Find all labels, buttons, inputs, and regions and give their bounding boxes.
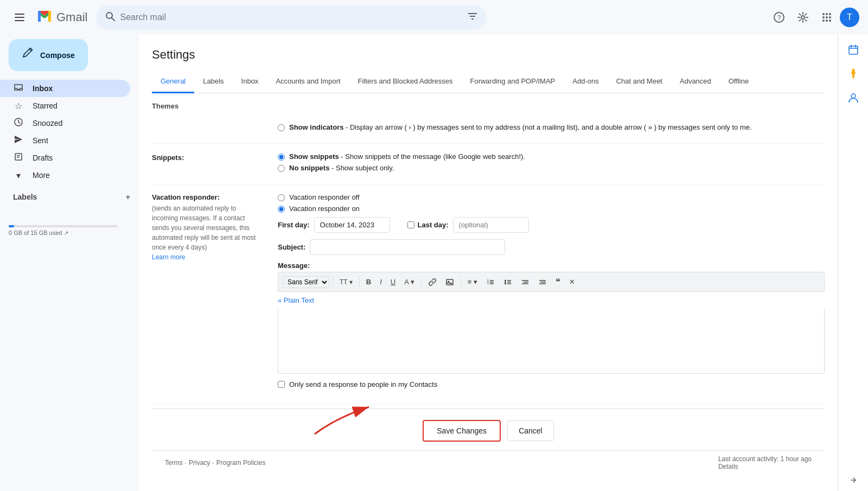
- ul-button[interactable]: [500, 276, 515, 289]
- svg-rect-53: [852, 74, 854, 77]
- only-contacts-checkbox[interactable]: [278, 381, 285, 388]
- subject-input[interactable]: [310, 239, 505, 255]
- compose-label: Compose: [40, 51, 75, 60]
- hamburger-icon[interactable]: [9, 7, 30, 28]
- plain-text-link-wrapper: « Plain Text: [278, 292, 825, 309]
- sent-icon: [13, 135, 24, 146]
- message-editor[interactable]: [278, 309, 825, 374]
- tab-filters[interactable]: Filters and Blocked Addresses: [349, 71, 462, 93]
- tab-inbox[interactable]: Inbox: [233, 71, 267, 93]
- svg-rect-2: [15, 20, 24, 21]
- editor-toolbar: Sans Serif TT ▾ B I U A ▾: [278, 272, 825, 292]
- show-indicators-radio[interactable]: [278, 124, 285, 131]
- tab-offline[interactable]: Offline: [720, 71, 757, 93]
- svg-point-14: [822, 16, 825, 18]
- calendar-icon[interactable]: [843, 39, 864, 61]
- indent-more-button[interactable]: [535, 276, 550, 289]
- apps-icon[interactable]: [816, 7, 838, 28]
- sidebar-item-more[interactable]: ▾ More: [0, 167, 130, 184]
- message-section: Message: Sans Serif TT ▾ B I U: [278, 262, 825, 374]
- tab-addons[interactable]: Add-ons: [564, 71, 607, 93]
- text-color-button[interactable]: A ▾: [401, 276, 418, 288]
- tab-chat[interactable]: Chat and Meet: [608, 71, 671, 93]
- external-link-icon: ↗: [64, 230, 68, 236]
- last-day-checkbox-group: Last day:: [407, 221, 449, 229]
- remove-format-button[interactable]: ✕: [566, 276, 578, 288]
- last-day-label: Last day:: [418, 221, 449, 229]
- bold-button[interactable]: B: [363, 276, 374, 288]
- policies-link[interactable]: Program Policies: [216, 459, 266, 467]
- footer-activity: Last account activity: 1 hour ago Detail…: [718, 455, 812, 470]
- help-icon[interactable]: ?: [768, 7, 790, 28]
- search-input[interactable]: [120, 12, 463, 22]
- svg-rect-52: [851, 73, 856, 74]
- sidebar-item-label: Drafts: [33, 154, 53, 162]
- content-area: Settings General Labels Inbox Accounts a…: [139, 35, 838, 491]
- indent-less-button[interactable]: [518, 276, 533, 289]
- show-snippets-option[interactable]: Show snippets - Show snippets of the mes…: [278, 152, 525, 161]
- tab-labels[interactable]: Labels: [194, 71, 232, 93]
- svg-line-23: [18, 122, 20, 123]
- sidebar-item-inbox[interactable]: Inbox: [0, 80, 130, 97]
- vacation-off-option[interactable]: Vacation responder off: [278, 193, 825, 201]
- font-select[interactable]: Sans Serif: [283, 276, 329, 288]
- settings-icon[interactable]: [792, 7, 814, 28]
- vacation-on-option[interactable]: Vacation responder on: [278, 205, 825, 213]
- svg-point-15: [826, 16, 828, 18]
- show-snippets-radio[interactable]: [278, 154, 285, 161]
- settings-header: Settings General Labels Inbox Accounts a…: [139, 35, 838, 93]
- image-button[interactable]: [442, 276, 457, 289]
- details-link[interactable]: Details: [718, 463, 738, 470]
- last-day-checkbox[interactable]: [407, 221, 414, 228]
- only-contacts-row: Only send a response to people in my Con…: [278, 380, 825, 388]
- contacts-icon[interactable]: [843, 87, 864, 109]
- quote-button[interactable]: ❝: [552, 275, 564, 289]
- sidebar-item-snoozed[interactable]: Snoozed: [0, 114, 130, 132]
- italic-button[interactable]: I: [376, 276, 385, 288]
- sidebar-item-sent[interactable]: Sent: [0, 132, 130, 149]
- vacation-on-radio[interactable]: [278, 206, 285, 213]
- tab-general[interactable]: General: [152, 71, 194, 93]
- sidebar-item-drafts[interactable]: Drafts: [0, 149, 130, 167]
- tab-accounts[interactable]: Accounts and Import: [267, 71, 349, 93]
- svg-rect-0: [15, 14, 24, 15]
- sidebar-item-label: Starred: [33, 101, 58, 110]
- add-label-button[interactable]: +: [126, 193, 130, 201]
- filter-icon[interactable]: [467, 11, 478, 24]
- ol-button[interactable]: 123: [483, 276, 498, 289]
- compose-button[interactable]: Compose: [9, 39, 88, 71]
- plain-text-link[interactable]: « Plain Text: [278, 294, 314, 307]
- link-button[interactable]: [425, 276, 440, 289]
- align-button[interactable]: ≡ ▾: [464, 276, 481, 288]
- svg-text:?: ?: [777, 14, 781, 22]
- toolbar-divider-4: [461, 277, 461, 287]
- show-indicators-option[interactable]: Show indicators - Display an arrow ( › )…: [278, 123, 752, 131]
- privacy-link[interactable]: Privacy: [189, 459, 210, 467]
- last-day-input[interactable]: [453, 217, 529, 233]
- save-cancel-row: Save Changes Cancel: [152, 409, 825, 450]
- inbox-icon: [13, 82, 24, 94]
- tab-forwarding[interactable]: Forwarding and POP/IMAP: [461, 71, 564, 93]
- sidebar: Compose Inbox ☆ Starred Snoozed Sent: [0, 35, 139, 491]
- terms-link[interactable]: Terms: [165, 459, 183, 467]
- vacation-off-radio[interactable]: [278, 194, 285, 201]
- themes-section-label: Themes: [152, 93, 825, 114]
- avatar[interactable]: T: [840, 8, 859, 27]
- learn-more-link[interactable]: Learn more: [152, 253, 185, 261]
- cancel-button[interactable]: Cancel: [507, 420, 554, 441]
- first-day-input[interactable]: [314, 217, 390, 233]
- underline-button[interactable]: U: [387, 276, 399, 288]
- sidebar-item-starred[interactable]: ☆ Starred: [0, 97, 130, 114]
- save-section: Save Changes Cancel: [152, 409, 825, 450]
- svg-point-13: [829, 13, 831, 15]
- footer: Terms · Privacy · Program Policies Last …: [152, 450, 825, 475]
- settings-tabs: General Labels Inbox Accounts and Import…: [152, 71, 825, 93]
- keep-icon[interactable]: [843, 63, 864, 85]
- subject-label: Subject:: [278, 243, 305, 251]
- expand-panel-icon[interactable]: [843, 469, 864, 491]
- tab-advanced[interactable]: Advanced: [671, 71, 720, 93]
- no-snippets-radio[interactable]: [278, 165, 285, 172]
- font-size-button[interactable]: TT ▾: [336, 276, 356, 288]
- no-snippets-option[interactable]: No snippets - Show subject only.: [278, 164, 525, 172]
- save-changes-button[interactable]: Save Changes: [423, 420, 501, 442]
